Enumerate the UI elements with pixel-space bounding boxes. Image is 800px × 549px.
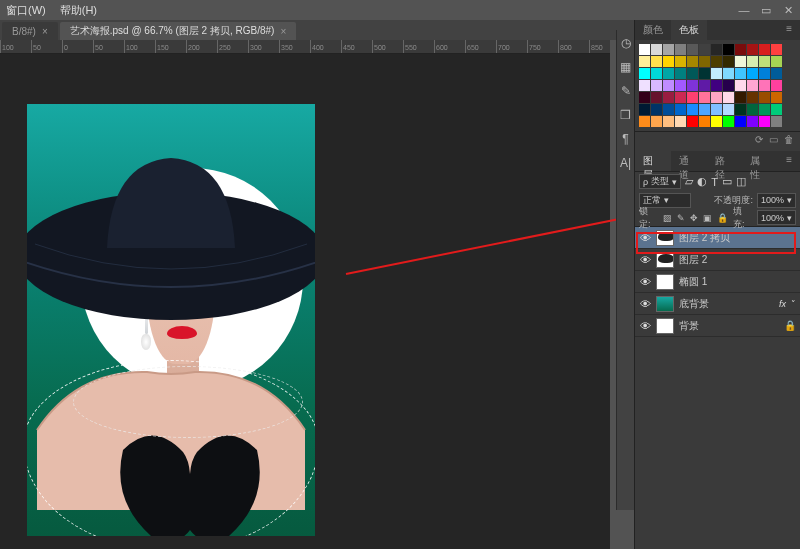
swatch[interactable] xyxy=(723,116,734,127)
swatch[interactable] xyxy=(759,56,770,67)
brush-icon[interactable]: ✎ xyxy=(619,84,633,98)
swatches-grid[interactable] xyxy=(635,40,800,131)
panel-menu-icon[interactable]: ≡ xyxy=(778,20,800,40)
swatch[interactable] xyxy=(759,104,770,115)
layer-thumbnail[interactable] xyxy=(656,296,674,312)
swatch[interactable] xyxy=(675,56,686,67)
swatch[interactable] xyxy=(651,80,662,91)
swatch[interactable] xyxy=(699,44,710,55)
swatch[interactable] xyxy=(663,116,674,127)
swatch[interactable] xyxy=(687,80,698,91)
filter-shape-icon[interactable]: ▭ xyxy=(722,175,732,188)
swatch[interactable] xyxy=(663,92,674,103)
swatch[interactable] xyxy=(663,44,674,55)
layer-row[interactable]: 👁椭圆 1 xyxy=(635,271,800,293)
filter-adjust-icon[interactable]: ◐ xyxy=(697,175,707,188)
close-icon[interactable]: × xyxy=(280,26,286,37)
menu-window[interactable]: 窗口(W) xyxy=(6,3,46,18)
swatch[interactable] xyxy=(723,68,734,79)
swatch[interactable] xyxy=(663,68,674,79)
lock-transparent-icon[interactable]: ▨ xyxy=(663,213,672,223)
filter-text-icon[interactable]: T xyxy=(711,176,718,188)
swatch[interactable] xyxy=(723,56,734,67)
layer-row[interactable]: 👁图层 2 拷贝 xyxy=(635,227,800,249)
window-close[interactable]: ✕ xyxy=(782,4,794,17)
visibility-icon[interactable]: 👁 xyxy=(639,276,651,288)
layer-thumbnail[interactable] xyxy=(656,230,674,246)
fx-badge[interactable]: fx xyxy=(779,299,786,309)
swatch[interactable] xyxy=(747,80,758,91)
swatch[interactable] xyxy=(759,92,770,103)
canvas[interactable] xyxy=(27,104,315,536)
swatch[interactable] xyxy=(699,68,710,79)
swatch[interactable] xyxy=(711,56,722,67)
fill-input[interactable]: 100% ▾ xyxy=(757,210,796,225)
paragraph-icon[interactable]: ¶ xyxy=(619,132,633,146)
swatch[interactable] xyxy=(675,104,686,115)
swatch[interactable] xyxy=(651,68,662,79)
swatch[interactable] xyxy=(771,68,782,79)
tab-color[interactable]: 颜色 xyxy=(635,20,671,40)
swatch[interactable] xyxy=(675,80,686,91)
swatch[interactable] xyxy=(735,116,746,127)
opacity-input[interactable]: 100% ▾ xyxy=(757,193,796,208)
swatch[interactable] xyxy=(771,92,782,103)
swatch[interactable] xyxy=(723,44,734,55)
swatch[interactable] xyxy=(651,56,662,67)
swatch[interactable] xyxy=(687,116,698,127)
lock-move-icon[interactable]: ✥ xyxy=(690,213,698,223)
swatch[interactable] xyxy=(651,104,662,115)
swatch[interactable] xyxy=(639,56,650,67)
swatch[interactable] xyxy=(675,44,686,55)
swatch[interactable] xyxy=(747,68,758,79)
layer-thumbnail[interactable] xyxy=(656,252,674,268)
swatch[interactable] xyxy=(723,104,734,115)
filter-smart-icon[interactable]: ◫ xyxy=(736,175,746,188)
swatch[interactable] xyxy=(747,104,758,115)
close-icon[interactable]: × xyxy=(42,26,48,37)
swatch[interactable] xyxy=(735,92,746,103)
swatches-icon[interactable]: ▦ xyxy=(619,60,633,74)
swatch[interactable] xyxy=(771,116,782,127)
swatch[interactable] xyxy=(711,80,722,91)
swatch[interactable] xyxy=(687,44,698,55)
swatch[interactable] xyxy=(735,44,746,55)
layer-thumbnail[interactable] xyxy=(656,318,674,334)
menu-help[interactable]: 帮助(H) xyxy=(60,3,97,18)
swatch[interactable] xyxy=(747,116,758,127)
tab-swatches[interactable]: 色板 xyxy=(671,20,707,40)
swatch[interactable] xyxy=(759,68,770,79)
swatch[interactable] xyxy=(771,56,782,67)
visibility-icon[interactable]: 👁 xyxy=(639,232,651,244)
swatch[interactable] xyxy=(711,92,722,103)
canvas-area[interactable] xyxy=(0,54,610,549)
swatch[interactable] xyxy=(747,92,758,103)
layer-thumbnail[interactable] xyxy=(656,274,674,290)
panel-menu-icon[interactable]: ≡ xyxy=(778,151,800,171)
swatch[interactable] xyxy=(735,68,746,79)
swatch[interactable] xyxy=(735,56,746,67)
swatch[interactable] xyxy=(687,92,698,103)
swatch[interactable] xyxy=(675,68,686,79)
swatch[interactable] xyxy=(639,80,650,91)
swatch[interactable] xyxy=(711,44,722,55)
swatch[interactable] xyxy=(771,80,782,91)
tab-properties[interactable]: 属性 xyxy=(742,151,778,171)
lock-brush-icon[interactable]: ✎ xyxy=(677,213,685,223)
swatch[interactable] xyxy=(747,44,758,55)
swatch[interactable] xyxy=(699,104,710,115)
swatch[interactable] xyxy=(639,44,650,55)
swatch[interactable] xyxy=(711,68,722,79)
layer-row[interactable]: 👁背景🔒 xyxy=(635,315,800,337)
swatch[interactable] xyxy=(687,104,698,115)
swatch[interactable] xyxy=(663,104,674,115)
chevron-down-icon[interactable]: ˅ xyxy=(791,299,796,309)
character-icon[interactable]: A| xyxy=(619,156,633,170)
recycle-icon[interactable]: ⟳ xyxy=(755,134,763,145)
swatch[interactable] xyxy=(747,56,758,67)
layer-row[interactable]: 👁图层 2 xyxy=(635,249,800,271)
swatch[interactable] xyxy=(699,92,710,103)
visibility-icon[interactable]: 👁 xyxy=(639,254,651,266)
lock-all-icon[interactable]: 🔒 xyxy=(717,213,728,223)
swatch[interactable] xyxy=(771,44,782,55)
